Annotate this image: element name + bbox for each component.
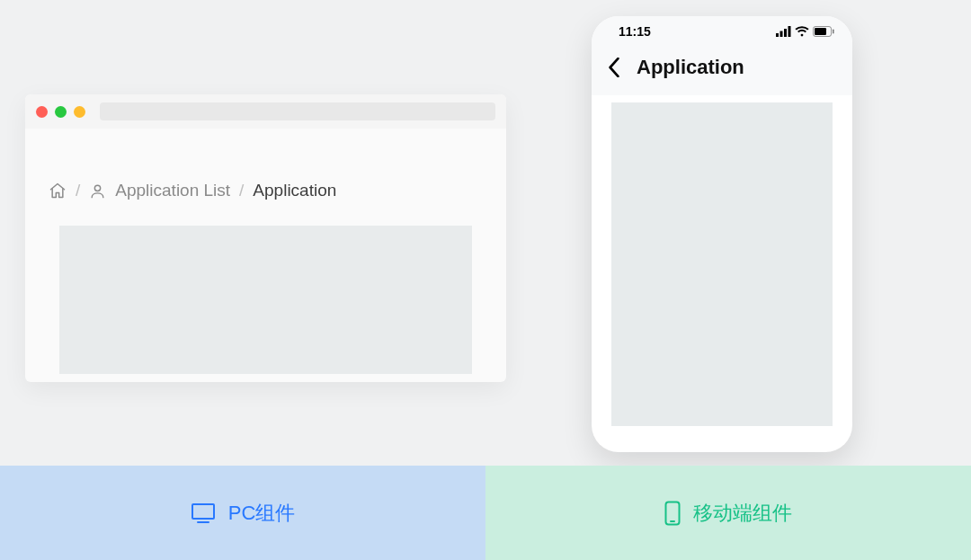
monitor-icon xyxy=(191,502,216,524)
window-close-dot[interactable] xyxy=(36,106,48,118)
breadcrumb-separator: / xyxy=(76,181,80,200)
mobile-header: Application xyxy=(592,47,852,95)
mobile-title: Application xyxy=(637,56,744,79)
status-bar: 11:15 xyxy=(592,16,852,47)
cellular-icon xyxy=(776,26,791,37)
pc-tile[interactable]: PC组件 xyxy=(0,466,486,560)
svg-rect-1 xyxy=(776,33,779,37)
svg-rect-4 xyxy=(788,26,791,37)
svg-rect-3 xyxy=(784,29,787,37)
pc-body: / Application List / Application xyxy=(25,129,506,374)
address-bar[interactable] xyxy=(100,102,495,120)
svg-rect-6 xyxy=(815,28,826,35)
mobile-tile[interactable]: 移动端组件 xyxy=(486,466,971,560)
canvas: / Application List / Application 11:15 xyxy=(0,0,971,560)
svg-point-0 xyxy=(95,185,101,191)
footer: PC组件 移动端组件 xyxy=(0,466,971,560)
status-time: 11:15 xyxy=(619,24,651,39)
mobile-frame: 11:15 Application xyxy=(592,16,852,452)
svg-rect-8 xyxy=(192,504,214,519)
pc-titlebar xyxy=(25,94,506,129)
smartphone-icon xyxy=(664,501,681,526)
svg-rect-2 xyxy=(780,31,783,38)
battery-icon xyxy=(813,26,834,37)
mobile-content-placeholder xyxy=(611,102,833,426)
breadcrumb-item-list[interactable]: Application List xyxy=(115,181,230,200)
breadcrumb-separator: / xyxy=(239,181,244,200)
pc-window: / Application List / Application xyxy=(25,94,506,382)
breadcrumb-item-current: Application xyxy=(253,181,336,200)
home-icon[interactable] xyxy=(49,182,67,200)
pc-tile-label: PC组件 xyxy=(228,500,296,527)
back-icon[interactable] xyxy=(608,58,620,77)
wifi-icon xyxy=(795,26,809,37)
svg-rect-7 xyxy=(833,30,834,34)
breadcrumb: / Application List / Application xyxy=(25,129,506,222)
mobile-tile-label: 移动端组件 xyxy=(693,500,792,527)
window-zoom-dot[interactable] xyxy=(74,106,85,118)
user-icon[interactable] xyxy=(89,182,106,200)
status-indicators xyxy=(776,26,834,37)
window-minimize-dot[interactable] xyxy=(55,106,67,118)
pc-content-placeholder xyxy=(59,226,472,374)
